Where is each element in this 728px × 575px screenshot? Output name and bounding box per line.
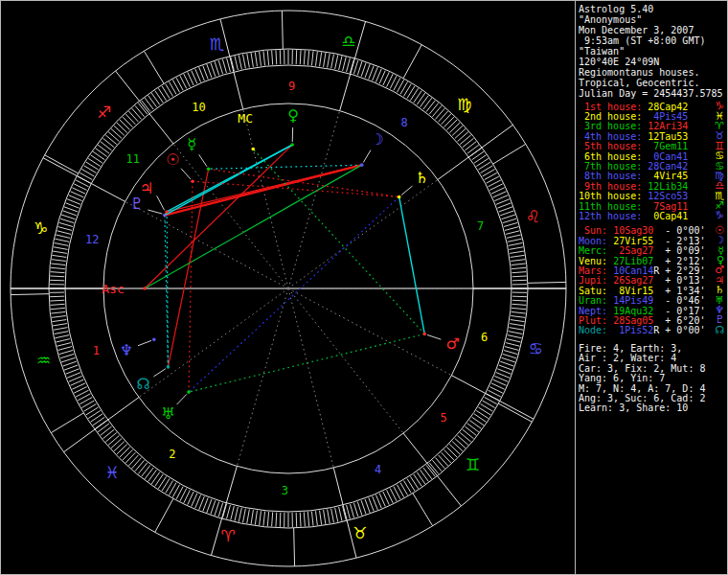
degree-tick: [458, 436, 468, 446]
degree-tick: [508, 239, 522, 242]
mc-dot: [251, 148, 255, 151]
planet-row-uran: Uran: 14Pis49 - 0°46'♅: [579, 295, 724, 305]
degree-tick: [102, 138, 114, 147]
zodiac-sign-glyph-pisces: ♓: [105, 463, 120, 482]
degree-tick: [512, 267, 526, 268]
degree-tick: [64, 207, 78, 212]
house-row-6th: 6th house: 0Can41♋: [579, 151, 724, 161]
degree-tick: [343, 57, 347, 71]
planet-glyph-mars: ♂: [446, 334, 460, 353]
degree-tick: [316, 52, 318, 66]
planet-glyph-uranus: ♅: [161, 404, 174, 423]
degree-tick: [280, 50, 281, 64]
degree-tick: [63, 361, 77, 366]
app-title-line: Astrolog 5.40: [579, 4, 724, 14]
degree-tick: [207, 499, 212, 513]
house-cusp-inner-6: [288, 288, 451, 376]
degree-tick: [108, 132, 119, 142]
degree-tick: [132, 108, 142, 119]
degree-tick: [410, 88, 418, 101]
degree-tick: [114, 126, 125, 135]
degree-tick: [59, 222, 73, 226]
degree-tick: [117, 445, 127, 454]
zodiac-sign-glyph-taurus: ♉: [353, 523, 367, 542]
degree-tick: [350, 504, 353, 518]
degree-tick: [247, 509, 250, 523]
degree-tick: [311, 512, 313, 526]
house-cusp-inner-4: [288, 288, 333, 468]
degree-tick: [218, 60, 222, 74]
degree-tick: [57, 227, 71, 231]
degree-tick: [61, 215, 75, 219]
aspect-line-mars-sextile-saturn: [399, 196, 425, 334]
aspect-line-venus-sextile-pluto: [165, 145, 292, 216]
degree-tick: [135, 105, 145, 116]
degree-tick: [497, 203, 511, 208]
zodiac-sign-glyph-cancer: ♋: [529, 339, 543, 358]
degree-tick: [260, 52, 262, 66]
degree-tick: [114, 442, 125, 451]
degree-tick: [446, 447, 457, 457]
degree-tick: [54, 328, 68, 331]
degree-tick: [63, 211, 77, 216]
degree-tick: [304, 51, 305, 65]
house-row-1st: 1st house: 28Cap42♑: [579, 102, 724, 111]
degree-tick: [350, 59, 353, 73]
degree-tick: [55, 242, 69, 245]
aspect-line-mars-trine-mc: [253, 150, 424, 334]
degree-tick: [132, 458, 142, 469]
zodiac-sign-glyph-libra: ♎: [341, 32, 355, 51]
degree-tick: [239, 55, 241, 69]
sign-boundary-leo: [528, 282, 566, 283]
degree-tick: [476, 158, 489, 166]
degree-tick: [458, 132, 468, 142]
degree-tick: [444, 117, 454, 127]
house-cusp-inner-8: [288, 179, 438, 288]
planet-glyph-node: ☊: [136, 375, 149, 393]
degree-tick: [242, 509, 245, 523]
degree-tick: [369, 66, 374, 80]
header-line-8: Julian Day = 2454437.5785: [579, 88, 724, 99]
header-line-5: 120°40E 24°09N: [579, 57, 724, 67]
degree-tick: [260, 511, 262, 525]
degree-tick: [105, 135, 116, 145]
degree-tick: [125, 114, 135, 125]
degree-tick: [142, 101, 150, 112]
degree-tick: [446, 120, 457, 130]
degree-tick: [472, 151, 484, 160]
house-number-5: 5: [441, 411, 447, 425]
degree-tick: [511, 316, 525, 318]
planet-pointer-uranus: [177, 394, 187, 404]
planet-pointer-mercury: [199, 154, 207, 166]
house-cusp-spoke-5: [403, 433, 461, 506]
degree-tick: [439, 111, 448, 122]
degree-tick: [463, 429, 474, 438]
sign-boundary-pisces: [51, 413, 83, 433]
degree-tick: [59, 350, 73, 354]
degree-tick: [51, 264, 65, 265]
degree-tick: [423, 98, 432, 109]
degree-tick: [452, 126, 463, 135]
degree-tick: [512, 276, 527, 277]
degree-tick: [67, 373, 80, 379]
house-number-3: 3: [282, 484, 288, 497]
degree-tick: [148, 470, 157, 481]
degree-tick: [123, 449, 132, 460]
degree-tick: [512, 304, 526, 305]
degree-tick: [151, 93, 160, 104]
degree-tick: [155, 91, 163, 103]
degree-tick: [105, 432, 116, 442]
degree-tick: [296, 513, 297, 527]
degree-tick: [467, 145, 479, 153]
degree-tick: [365, 64, 370, 78]
planet-pointer-saturn: [401, 186, 413, 196]
degree-tick: [51, 272, 65, 273]
degree-tick: [452, 442, 463, 451]
aspect-line-mercury-square-saturn: [209, 169, 399, 196]
degree-tick: [421, 470, 429, 481]
stats-line-6: Learn: 3, Share: 10: [579, 403, 724, 413]
degree-tick: [231, 506, 235, 520]
degree-tick: [251, 510, 253, 524]
degree-tick: [199, 496, 205, 510]
degree-tick: [510, 251, 524, 253]
